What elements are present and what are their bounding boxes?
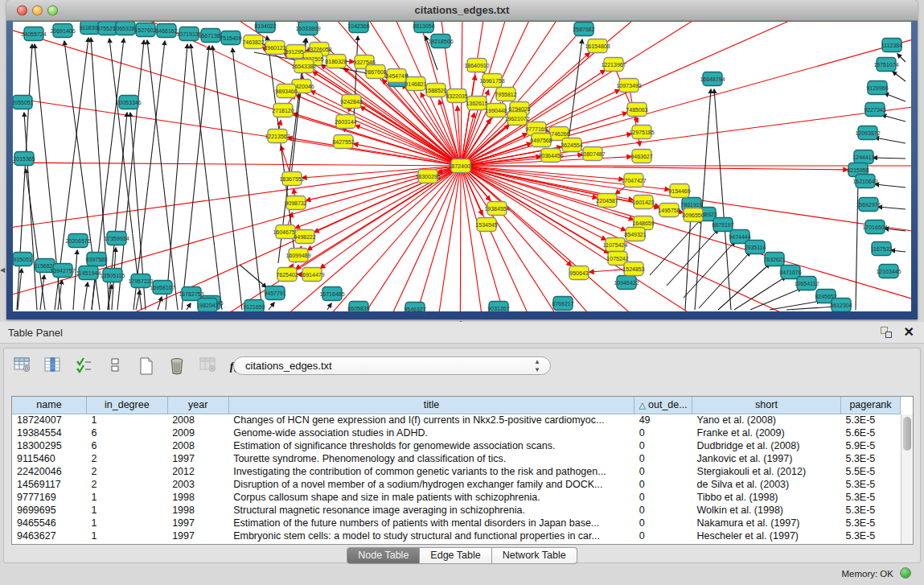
table-row[interactable]: 946362711997Embryonic stem cells: a mode… <box>12 529 901 542</box>
table-cell[interactable]: 14569117 <box>12 478 86 491</box>
table-cell[interactable]: 2 <box>86 452 167 465</box>
graph-node[interactable]: 8549321 <box>624 228 646 241</box>
table-cell[interactable]: 1998 <box>167 504 228 517</box>
graph-edge[interactable] <box>73 250 77 310</box>
graph-node[interactable]: 16961758 <box>479 74 504 88</box>
table-cell[interactable]: 1 <box>86 517 167 529</box>
network-canvas[interactable]: 1872400724055724206914069118309875527410… <box>13 22 911 311</box>
graph-edge[interactable] <box>461 166 634 220</box>
table-cell[interactable]: 9699695 <box>12 504 86 517</box>
graph-node[interactable]: 9893460 <box>275 84 297 98</box>
table-cell[interactable]: 0 <box>634 439 692 452</box>
graph-node[interactable]: 915051 <box>13 253 32 266</box>
graph-node[interactable]: 7955812 <box>495 88 516 101</box>
graph-edge[interactable] <box>232 48 262 310</box>
graph-node[interactable]: 24055724 <box>21 27 46 41</box>
new-table-icon[interactable] <box>134 355 158 377</box>
graph-node[interactable]: 16210643 <box>852 175 877 188</box>
graph-edge[interactable] <box>882 115 906 122</box>
table-cell[interactable]: Nakamura et al. (1997) <box>692 517 841 529</box>
graph-node[interactable]: 11075424 <box>603 238 628 252</box>
graph-node[interactable]: 17047427 <box>621 174 646 187</box>
scrollbar-thumb[interactable] <box>903 417 911 451</box>
graph-edge[interactable] <box>461 166 848 170</box>
graph-edge[interactable] <box>897 54 906 62</box>
graph-node[interactable]: 9546327 <box>404 303 425 312</box>
graph-edge[interactable] <box>461 166 571 266</box>
graph-edge[interactable] <box>878 207 906 209</box>
row-height-icon[interactable] <box>103 355 127 377</box>
table-cell[interactable]: 1998 <box>167 491 228 504</box>
graph-node[interactable]: 9129966 <box>866 81 888 95</box>
table-cell[interactable]: 0 <box>634 478 692 491</box>
table-cell[interactable]: 5.3E-5 <box>840 452 900 465</box>
graph-node[interactable]: 20053346 <box>116 96 141 109</box>
graph-node[interactable]: 8096550 <box>682 208 704 222</box>
graph-node[interactable]: 18724007 <box>448 159 473 173</box>
table-cell[interactable]: Dudbridge et al. (2008) <box>692 439 841 452</box>
graph-node[interactable]: 9154469 <box>668 184 690 198</box>
column-header-out_de[interactable]: △out_de... <box>634 397 692 414</box>
table-cell[interactable]: 1997 <box>167 529 228 542</box>
table-cell[interactable]: Hescheler et al. (1997) <box>692 529 841 542</box>
table-cell[interactable]: Tourette syndrome. Phenomenology and cla… <box>228 452 634 465</box>
graph-edge[interactable] <box>360 107 461 166</box>
table-cell[interactable]: 6 <box>86 439 167 452</box>
table-cell[interactable]: Changes of HCN gene expression and I(f) … <box>228 414 634 426</box>
checklist-icon[interactable] <box>72 355 97 377</box>
graph-edge[interactable] <box>786 307 836 310</box>
table-cell[interactable]: 5.3E-5 <box>840 491 900 504</box>
graph-node[interactable]: 16543382 <box>291 60 316 73</box>
hidden-panel-grip-icon[interactable]: ◀ <box>0 266 5 274</box>
graph-edge[interactable] <box>891 250 906 252</box>
table-cell[interactable]: 2008 <box>167 439 228 452</box>
graph-node[interactable]: 15716485 <box>319 287 344 301</box>
table-cell[interactable]: 0 <box>634 452 692 465</box>
graph-node[interactable]: 8605839 <box>347 302 369 312</box>
table-cell[interactable]: Investigating the contribution of common… <box>228 465 634 478</box>
table-row[interactable]: 2242004622012Investigating the contribut… <box>12 465 901 478</box>
table-cell[interactable]: 5.6E-5 <box>840 426 900 439</box>
graph-node[interactable]: 18640910 <box>464 59 489 72</box>
table-cell[interactable]: 22420046 <box>12 465 86 478</box>
graph-node[interactable]: 1112384 <box>881 39 902 52</box>
graph-node[interactable]: 6466162 <box>155 24 177 38</box>
table-cell[interactable]: 9465546 <box>12 517 86 529</box>
table-cell[interactable]: 9115460 <box>12 452 86 465</box>
table-cell[interactable]: 1997 <box>167 517 228 529</box>
graph-node[interactable]: 16033809 <box>295 22 320 35</box>
graph-node[interactable]: 1588520 <box>425 84 446 97</box>
graph-edge[interactable] <box>327 303 331 310</box>
table-cell[interactable]: 9463627 <box>12 529 86 542</box>
column-header-in_degree[interactable]: in_degree <box>86 397 167 414</box>
column-header-pagerank[interactable]: pagerank <box>840 397 900 414</box>
graph-node[interactable]: 12213967 <box>601 58 626 72</box>
graph-node[interactable]: 9242848 <box>340 95 362 109</box>
graph-node[interactable]: 9121659 <box>243 300 265 312</box>
graph-edge[interactable] <box>461 166 625 263</box>
graph-node[interactable]: 2935114 <box>745 241 766 254</box>
graph-node[interactable]: 1524853 <box>622 262 644 276</box>
tab-node-table[interactable]: Node Table <box>347 547 420 564</box>
graph-edge[interactable] <box>714 89 731 310</box>
graph-node[interactable]: 7463822 <box>242 35 264 49</box>
table-cell[interactable]: Yano et al. (2008) <box>692 414 841 426</box>
graph-node[interactable]: 8186328 <box>325 55 347 68</box>
graph-node[interactable]: 15692971 <box>856 198 881 212</box>
table-cell[interactable]: 0 <box>634 529 692 542</box>
table-cell[interactable]: 2 <box>86 478 167 491</box>
table-cell[interactable]: 0 <box>634 426 692 439</box>
table-cell[interactable]: 0 <box>634 465 692 478</box>
table-cell[interactable]: 2012 <box>167 465 228 478</box>
graph-node[interactable]: 12103445 <box>876 265 901 278</box>
table-row[interactable]: 1830029562008Estimation of significance … <box>12 439 901 452</box>
graph-node[interactable]: 9227343 <box>864 103 885 117</box>
column-header-short[interactable]: short <box>692 397 841 414</box>
graph-node[interactable]: 7515409 <box>220 31 241 45</box>
graph-edge[interactable] <box>856 180 858 310</box>
table-cell[interactable]: 0 <box>634 517 692 529</box>
graph-node[interactable]: 10973493 <box>616 79 641 93</box>
column-header-year[interactable]: year <box>167 397 228 414</box>
graph-edge[interactable] <box>461 166 597 198</box>
graph-edge[interactable] <box>750 288 802 310</box>
